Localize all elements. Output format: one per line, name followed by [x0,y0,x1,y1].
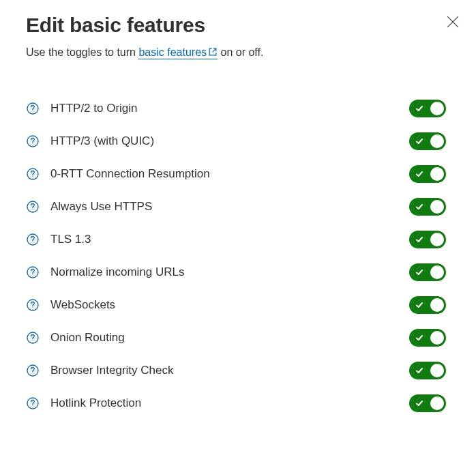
feature-label: TLS 1.3 [50,233,409,246]
help-icon[interactable] [26,167,40,181]
help-icon[interactable] [26,134,40,148]
feature-label: WebSockets [50,298,409,312]
svg-point-21 [32,405,33,406]
svg-point-11 [32,242,33,242]
checkmark-icon [415,104,423,113]
feature-row: HTTP/2 to Origin [26,92,450,125]
help-icon[interactable] [26,102,40,115]
toggle-knob [430,200,444,214]
toggle-knob [430,396,444,410]
toggle-knob [430,298,444,312]
svg-point-15 [32,307,33,308]
feature-toggle[interactable] [409,263,446,281]
help-icon[interactable] [26,200,40,214]
svg-point-13 [32,274,33,275]
svg-point-7 [32,176,33,177]
toggle-knob [430,233,444,246]
feature-label: Onion Routing [50,331,409,345]
feature-row: Hotlink Protection [26,387,450,420]
help-icon[interactable] [26,233,40,246]
feature-toggle[interactable] [409,100,446,117]
checkmark-icon [415,366,423,375]
features-list: HTTP/2 to OriginHTTP/3 (with QUIC)0-RTT … [26,92,450,420]
svg-point-17 [32,340,33,341]
page-title: Edit basic features [26,14,450,37]
feature-label: 0-RTT Connection Resumption [50,167,409,181]
subtitle-suffix: on or off. [218,46,263,58]
svg-point-3 [32,111,33,111]
help-icon[interactable] [26,331,40,345]
feature-toggle[interactable] [409,132,446,150]
checkmark-icon [415,301,423,309]
feature-label: HTTP/3 (with QUIC) [50,134,409,148]
close-button[interactable] [445,15,461,31]
toggle-knob [430,167,444,181]
feature-row: 0-RTT Connection Resumption [26,158,450,190]
checkmark-icon [415,235,423,244]
checkmark-icon [415,170,423,178]
toggle-knob [430,265,444,279]
svg-point-19 [32,373,33,373]
close-icon [447,16,459,31]
feature-toggle[interactable] [409,329,446,347]
feature-label: HTTP/2 to Origin [50,102,409,115]
help-icon[interactable] [26,396,40,410]
help-icon[interactable] [26,265,40,279]
feature-toggle[interactable] [409,231,446,248]
toggle-knob [430,102,444,115]
feature-row: Normalize incoming URLs [26,256,450,289]
toggle-knob [430,331,444,345]
external-link-icon [208,47,218,59]
feature-row: Always Use HTTPS [26,190,450,223]
svg-point-5 [32,143,33,144]
help-icon[interactable] [26,364,40,377]
checkmark-icon [415,334,423,342]
checkmark-icon [415,399,423,407]
feature-row: Onion Routing [26,321,450,354]
help-icon[interactable] [26,298,40,312]
checkmark-icon [415,203,423,211]
subtitle-prefix: Use the toggles to turn [26,46,138,58]
link-text: basic features [138,46,207,58]
page-subtitle: Use the toggles to turn basic features o… [26,46,450,59]
feature-label: Always Use HTTPS [50,200,409,214]
feature-label: Browser Integrity Check [50,364,409,377]
toggle-knob [430,364,444,377]
feature-row: Browser Integrity Check [26,354,450,387]
checkmark-icon [415,268,423,276]
basic-features-link[interactable]: basic features [138,46,218,59]
feature-label: Normalize incoming URLs [50,265,409,279]
feature-toggle[interactable] [409,198,446,216]
checkmark-icon [415,137,423,145]
feature-toggle[interactable] [409,165,446,183]
svg-point-9 [32,209,33,209]
feature-label: Hotlink Protection [50,396,409,410]
feature-toggle[interactable] [409,362,446,379]
toggle-knob [430,134,444,148]
feature-row: TLS 1.3 [26,223,450,256]
feature-toggle[interactable] [409,394,446,412]
feature-row: HTTP/3 (with QUIC) [26,125,450,158]
feature-toggle[interactable] [409,296,446,314]
feature-row: WebSockets [26,289,450,321]
